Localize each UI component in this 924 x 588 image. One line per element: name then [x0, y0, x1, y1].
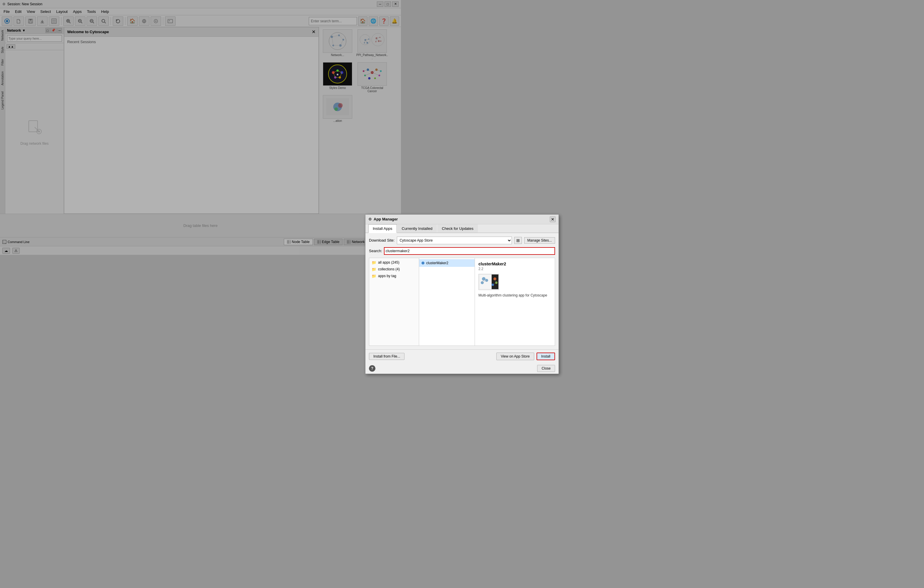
- dialog-title-icon: ⚙: [368, 217, 372, 221]
- download-site-row: Download Site: Cytoscape App Store ⊞ Man…: [369, 236, 401, 244]
- dialog-overlay: ⚙ App Manager ✕ Install Apps Currently I…: [0, 0, 401, 255]
- search-row: Search:: [369, 247, 401, 255]
- download-site-label: Download Site:: [369, 238, 394, 243]
- dialog-title-bar: ⚙ App Manager ✕: [365, 215, 401, 224]
- tab-install-apps[interactable]: Install Apps: [368, 224, 397, 233]
- download-site-select[interactable]: Cytoscape App Store: [397, 236, 401, 244]
- tab-currently-installed[interactable]: Currently Installed: [398, 224, 401, 233]
- dialog-body: Download Site: Cytoscape App Store ⊞ Man…: [365, 233, 401, 255]
- dialog-tabs: Install Apps Currently Installed Check f…: [365, 224, 401, 233]
- app-manager-dialog: ⚙ App Manager ✕ Install Apps Currently I…: [365, 214, 401, 255]
- search-label: Search:: [369, 249, 382, 253]
- app-search-input[interactable]: [384, 247, 401, 255]
- dialog-title: App Manager: [374, 217, 401, 221]
